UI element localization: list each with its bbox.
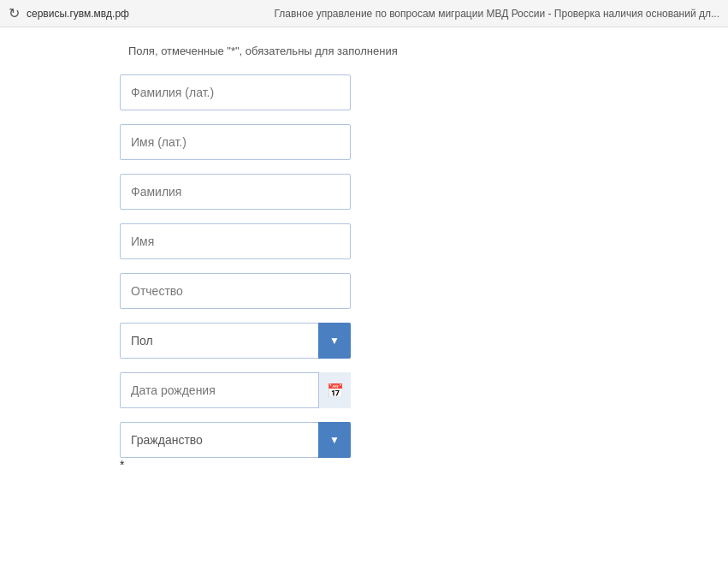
browser-url: сервисы.гувм.мвд.рф xyxy=(27,8,267,20)
citizenship-select[interactable]: Гражданство xyxy=(120,422,351,458)
citizenship-group: Гражданство * xyxy=(120,422,728,472)
gender-select-wrapper: Пол Мужской Женский xyxy=(120,323,351,359)
gender-group: Пол Мужской Женский * xyxy=(120,323,728,359)
name-ru-input[interactable] xyxy=(120,223,351,259)
dob-input[interactable] xyxy=(120,372,351,408)
name-ru-group: * xyxy=(120,223,728,259)
calendar-icon[interactable]: 📅 xyxy=(318,372,351,408)
refresh-icon[interactable]: ↻ xyxy=(9,5,20,21)
browser-title: Главное управление по вопросам миграции … xyxy=(274,8,719,20)
surname-ru-input[interactable] xyxy=(120,174,351,210)
name-latin-input[interactable] xyxy=(120,124,351,160)
patronymic-group xyxy=(120,273,728,309)
surname-ru-group: * xyxy=(120,174,728,210)
dob-group: 📅 * xyxy=(120,372,728,408)
gender-select[interactable]: Пол Мужской Женский xyxy=(120,323,351,359)
browser-bar: ↻ сервисы.гувм.мвд.рф Главное управление… xyxy=(0,0,728,27)
surname-latin-group xyxy=(120,74,728,110)
calendar-symbol: 📅 xyxy=(327,383,344,399)
form-container: Поля, отмеченные "*", обязательны для за… xyxy=(0,27,728,576)
required-star-citizenship: * xyxy=(120,458,124,472)
dob-wrapper: 📅 xyxy=(120,372,351,408)
surname-latin-input[interactable] xyxy=(120,74,351,110)
name-latin-group xyxy=(120,124,728,160)
patronymic-input[interactable] xyxy=(120,273,351,309)
required-note: Поля, отмеченные "*", обязательны для за… xyxy=(120,45,728,57)
citizenship-select-wrapper: Гражданство xyxy=(120,422,351,458)
